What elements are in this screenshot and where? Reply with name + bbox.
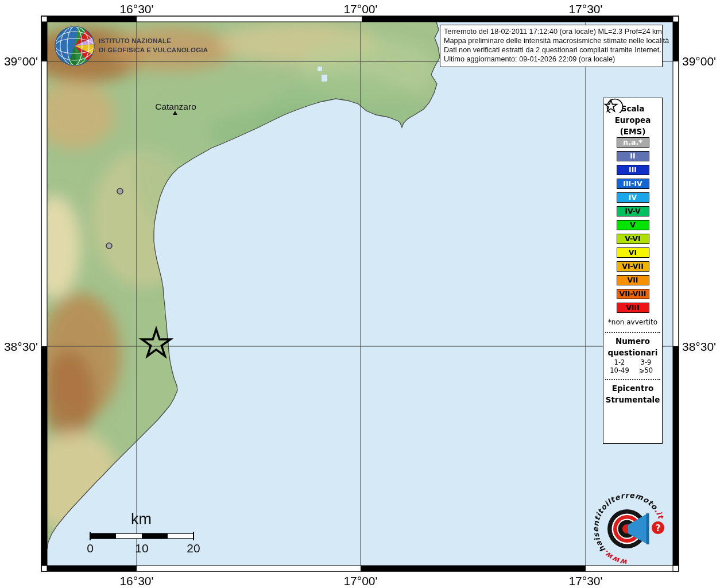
city-label: Catanzaro (155, 102, 196, 111)
macroseismic-map-page: 16°30' 17°00' 17°30' 16°30' 17°00' 17°30… (0, 0, 720, 588)
legend-title-line2: Europea (603, 114, 662, 126)
intensity-item-viii: VIII (617, 303, 649, 313)
legend-panel: Scala Europea (EMS) n.a.* II III III-IV … (603, 98, 663, 444)
questionnaires-title-line1: Numero (603, 335, 662, 347)
lat-label-left-1: 39°00' (4, 55, 38, 68)
epicenter-title-line1: Epicentro (603, 382, 662, 394)
size-1-2-label: 1-2 (606, 358, 633, 366)
event-summary-line: Terremoto del 18-02-2011 17:12:40 (ora l… (444, 27, 659, 36)
map-description-line: Mappa preliminare delle intensità macros… (444, 36, 659, 45)
scale-bar-unit: km (131, 510, 152, 528)
lon-label-top-1: 16°30' (119, 2, 153, 16)
epicenter-legend-title: Epicentro Strumentale (603, 382, 662, 405)
lat-label-right-1: 39°00' (682, 55, 716, 68)
lon-label-bottom-3: 17°30' (568, 574, 602, 587)
scale-tick-0: 0 (87, 541, 94, 555)
legend-footnote: *non avvertito (603, 318, 662, 327)
legend-separator (605, 379, 660, 380)
intensity-item-iii: III (617, 165, 649, 175)
intensity-item-v-vi: V-VI (617, 234, 649, 244)
intensity-item-vii-viii: VII-VIII (617, 289, 649, 299)
intensity-item-vi-vii: VI-VII (617, 261, 649, 272)
questionnaire-sizes-row1: 1-2 3-9 (603, 358, 662, 366)
intensity-item-v: V (617, 220, 649, 230)
data-source-line: Dati non verificati estratti da 2 questi… (444, 45, 659, 55)
intensity-item-na: n.a.* (617, 137, 649, 148)
questionnaires-title: Numero questionari (603, 335, 662, 358)
size-3-9: 3-9 (633, 358, 659, 366)
lat-label-right-2: 38°30' (682, 340, 716, 353)
epicenter-title-line2: Strumentale (603, 394, 662, 405)
intensity-item-vii: VII (617, 275, 649, 285)
last-update-line: Ultimo aggiornamento: 09-01-2026 22:09 (… (444, 55, 659, 64)
lon-label-bottom-1: 16°30' (119, 574, 153, 587)
size-10-49: 10-49 (606, 366, 633, 374)
questionnaire-sizes-row2: 10-49 ⩾50 (603, 366, 662, 374)
size-3-9-label: 3-9 (633, 358, 659, 366)
question-badge-icon: ? (652, 521, 664, 534)
questionnaires-title-line2: questionari (603, 347, 662, 358)
lat-label-left-2: 38°30' (4, 340, 38, 353)
intensity-marker (117, 188, 123, 194)
intensity-item-vi: VI (617, 247, 649, 258)
size-10-49-label: 10-49 (606, 366, 633, 374)
ingv-name-line1: ISTITUTO NAZIONALE (99, 37, 171, 44)
legend-separator (605, 332, 660, 333)
scale-tick-20: 20 (187, 541, 200, 555)
intensity-item-iii-iv: III-IV (617, 179, 649, 189)
intensity-item-iv-v: IV-V (617, 206, 649, 216)
lon-label-top-2: 17°00' (343, 2, 377, 16)
size-50plus-label: ⩾50 (633, 366, 659, 374)
size-1-2: 1-2 (606, 358, 633, 366)
map-interior (29, 22, 673, 566)
legend-title-line3: (EMS) (603, 126, 662, 137)
intensity-marker (106, 243, 112, 249)
intensity-item-ii: II (617, 151, 649, 161)
intensity-item-iv: IV (617, 192, 649, 203)
question-mark: ? (656, 523, 661, 533)
star-icon (603, 98, 618, 113)
ingv-name-line2: DI GEOFISICA E VULCANOLOGIA (99, 47, 208, 53)
size-50plus: ⩾50 (633, 366, 659, 374)
lon-label-top-3: 17°30' (568, 2, 602, 16)
scale-tick-10: 10 (135, 541, 148, 555)
lon-label-bottom-2: 17°00' (343, 574, 377, 587)
event-info-box: Terremoto del 18-02-2011 17:12:40 (ora l… (440, 25, 663, 67)
